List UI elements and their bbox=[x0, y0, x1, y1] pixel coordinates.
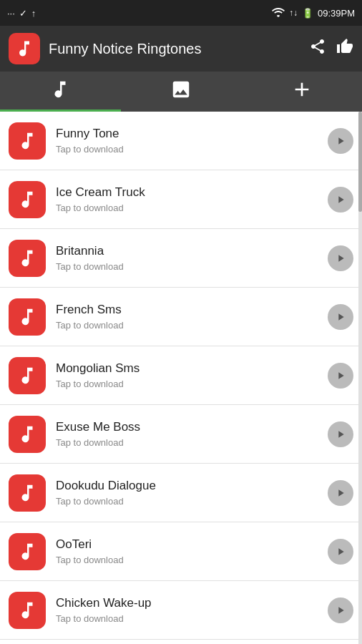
item-icon bbox=[9, 181, 46, 218]
tab-image[interactable] bbox=[121, 72, 242, 112]
tab-music[interactable] bbox=[0, 72, 121, 112]
item-title: Britannia bbox=[56, 244, 328, 258]
share-icon[interactable] bbox=[309, 38, 326, 59]
add-tab-icon bbox=[290, 78, 313, 106]
item-text: Ice Cream Truck Tap to download bbox=[56, 185, 328, 213]
tab-bar bbox=[0, 72, 362, 112]
item-icon bbox=[9, 474, 46, 512]
item-icon bbox=[9, 357, 46, 394]
tab-add[interactable] bbox=[241, 72, 362, 112]
item-text: OoTeri Tap to download bbox=[56, 537, 328, 565]
music-tab-icon bbox=[49, 79, 71, 105]
ringtone-item[interactable]: Mongolian Sms Tap to download bbox=[0, 346, 362, 405]
item-text: Chicken Wake-up Tap to download bbox=[56, 596, 328, 624]
ringtone-item[interactable]: Funny Tone Tap to download bbox=[0, 112, 362, 170]
item-arrow[interactable] bbox=[328, 245, 353, 271]
item-subtitle: Tap to download bbox=[56, 261, 328, 272]
app-bar-actions bbox=[309, 38, 353, 59]
item-arrow[interactable] bbox=[328, 539, 353, 565]
item-title: French Sms bbox=[56, 303, 328, 317]
item-arrow[interactable] bbox=[328, 187, 353, 213]
ringtone-item[interactable]: Britannia Tap to download bbox=[0, 229, 362, 288]
check-icon: ✓ bbox=[19, 8, 27, 19]
item-text: Britannia Tap to download bbox=[56, 244, 328, 272]
ringtone-item[interactable]: French Sms Tap to download bbox=[0, 288, 362, 346]
item-arrow[interactable] bbox=[328, 480, 353, 506]
item-text: French Sms Tap to download bbox=[56, 303, 328, 331]
item-arrow[interactable] bbox=[328, 421, 353, 447]
status-bar: ··· ✓ ↑ ↑↓ 🔋 09:39PM bbox=[0, 0, 362, 26]
dots-icon: ··· bbox=[7, 8, 15, 19]
item-arrow[interactable] bbox=[328, 128, 353, 154]
ringtone-item[interactable]: Exuse Me Boss Tap to download bbox=[0, 405, 362, 464]
wifi-icon bbox=[272, 7, 285, 19]
item-subtitle: Tap to download bbox=[56, 496, 328, 507]
status-right: ↑↓ 🔋 09:39PM bbox=[272, 7, 355, 19]
app-bar: Funny Notice Ringtones bbox=[0, 26, 362, 72]
item-icon bbox=[9, 533, 46, 570]
ringtone-item[interactable]: Chicken Wake-up Tap to download bbox=[0, 581, 362, 640]
item-title: Chicken Wake-up bbox=[56, 596, 328, 610]
item-icon bbox=[9, 592, 46, 629]
item-subtitle: Tap to download bbox=[56, 320, 328, 331]
scrollbar[interactable] bbox=[358, 112, 362, 644]
item-text: Dookudu Dialogue Tap to download bbox=[56, 479, 328, 507]
upload-icon: ↑ bbox=[31, 8, 36, 19]
item-subtitle: Tap to download bbox=[56, 437, 328, 448]
item-icon bbox=[9, 416, 46, 453]
list-container: Funny Tone Tap to download Ice Cream Tru… bbox=[0, 112, 362, 644]
battery-icon: 🔋 bbox=[302, 8, 313, 19]
item-subtitle: Tap to download bbox=[56, 203, 328, 213]
item-arrow[interactable] bbox=[328, 363, 353, 389]
item-subtitle: Tap to download bbox=[56, 613, 328, 624]
app-title: Funny Notice Ringtones bbox=[49, 41, 300, 57]
ringtone-item[interactable]: Ice Cream Truck Tap to download bbox=[0, 170, 362, 229]
status-left: ··· ✓ ↑ bbox=[7, 8, 36, 19]
item-icon bbox=[9, 240, 46, 277]
item-subtitle: Tap to download bbox=[56, 379, 328, 389]
item-icon bbox=[9, 122, 46, 160]
item-subtitle: Tap to download bbox=[56, 144, 328, 155]
time-display: 09:39PM bbox=[318, 8, 355, 19]
item-arrow[interactable] bbox=[328, 597, 353, 623]
item-text: Exuse Me Boss Tap to download bbox=[56, 420, 328, 448]
item-title: OoTeri bbox=[56, 537, 328, 552]
item-title: Mongolian Sms bbox=[56, 361, 328, 376]
item-subtitle: Tap to download bbox=[56, 555, 328, 565]
thumbsup-icon[interactable] bbox=[336, 38, 353, 59]
signal-icon: ↑↓ bbox=[289, 8, 298, 18]
image-tab-icon bbox=[170, 79, 192, 105]
ringtone-item[interactable]: Dookudu Dialogue Tap to download bbox=[0, 464, 362, 522]
scrollbar-thumb bbox=[358, 112, 362, 212]
item-title: Funny Tone bbox=[56, 127, 328, 141]
item-arrow[interactable] bbox=[328, 304, 353, 330]
item-text: Mongolian Sms Tap to download bbox=[56, 361, 328, 389]
item-title: Dookudu Dialogue bbox=[56, 479, 328, 493]
item-title: Exuse Me Boss bbox=[56, 420, 328, 434]
ringtone-item[interactable]: OoTeri Tap to download bbox=[0, 522, 362, 581]
item-text: Funny Tone Tap to download bbox=[56, 127, 328, 155]
item-title: Ice Cream Truck bbox=[56, 185, 328, 200]
ringtone-list: Funny Tone Tap to download Ice Cream Tru… bbox=[0, 112, 362, 640]
item-icon bbox=[9, 298, 46, 336]
app-icon bbox=[9, 33, 40, 64]
